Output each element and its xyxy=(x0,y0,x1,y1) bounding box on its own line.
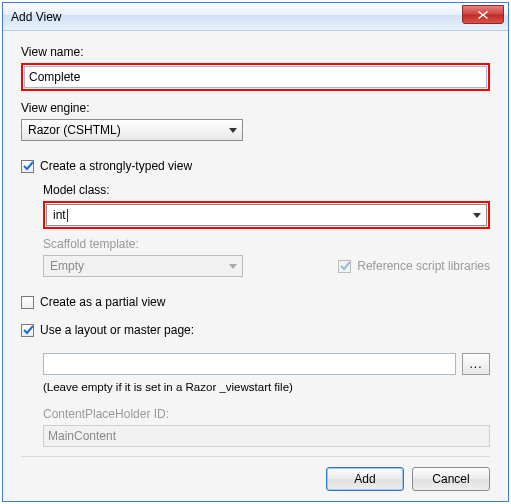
dialog-content: View name: View engine: Razor (CSHTML) C… xyxy=(3,31,508,501)
checkbox-icon xyxy=(21,296,34,309)
view-name-label: View name: xyxy=(21,45,490,59)
add-button-label: Add xyxy=(354,472,375,486)
view-name-highlight xyxy=(21,63,490,91)
close-icon xyxy=(477,10,489,20)
browse-label: ... xyxy=(469,357,482,371)
content-placeholder-label: ContentPlaceHolder ID: xyxy=(43,407,490,421)
reference-scripts-checkbox-row: Reference script libraries xyxy=(338,259,490,273)
window-title: Add View xyxy=(3,10,61,24)
checkbox-icon xyxy=(21,160,34,173)
scaffold-template-label: Scaffold template: xyxy=(43,237,490,251)
titlebar: Add View xyxy=(3,3,508,31)
model-class-label: Model class: xyxy=(43,183,490,197)
strongly-typed-section: Model class: int Scaffold template: Empt… xyxy=(21,183,490,287)
model-class-value: int xyxy=(53,208,66,222)
view-engine-value: Razor (CSHTML) xyxy=(28,123,121,137)
chevron-down-icon xyxy=(224,256,242,276)
cancel-button-label: Cancel xyxy=(432,472,469,486)
partial-view-checkbox-row[interactable]: Create as a partial view xyxy=(21,295,490,309)
chevron-down-icon xyxy=(468,205,486,225)
dialog-window: Add View View name: View engine: Razor (… xyxy=(2,2,509,502)
strongly-typed-label: Create a strongly-typed view xyxy=(40,159,192,173)
view-engine-combo[interactable]: Razor (CSHTML) xyxy=(21,119,243,141)
strongly-typed-checkbox-row[interactable]: Create a strongly-typed view xyxy=(21,159,490,173)
model-class-combo[interactable]: int xyxy=(46,204,487,226)
close-button[interactable] xyxy=(462,5,504,24)
add-button[interactable]: Add xyxy=(326,467,404,491)
checkbox-icon xyxy=(338,260,351,273)
reference-scripts-label: Reference script libraries xyxy=(357,259,490,273)
chevron-down-icon xyxy=(224,120,242,140)
scaffold-template-value: Empty xyxy=(50,259,84,273)
checkbox-icon xyxy=(21,324,34,337)
partial-view-label: Create as a partial view xyxy=(40,295,165,309)
dialog-footer: Add Cancel xyxy=(21,456,490,491)
text-caret xyxy=(67,209,68,222)
browse-button[interactable]: ... xyxy=(462,353,490,375)
use-layout-checkbox-row[interactable]: Use a layout or master page: xyxy=(21,323,490,337)
layout-hint: (Leave empty if it is set in a Razor _vi… xyxy=(43,381,490,393)
view-name-input[interactable] xyxy=(24,66,487,88)
layout-section: ... (Leave empty if it is set in a Razor… xyxy=(21,347,490,447)
use-layout-label: Use a layout or master page: xyxy=(40,323,194,337)
cancel-button[interactable]: Cancel xyxy=(412,467,490,491)
content-placeholder-input xyxy=(43,425,490,447)
view-engine-label: View engine: xyxy=(21,101,490,115)
layout-path-input[interactable] xyxy=(43,353,456,375)
scaffold-template-combo: Empty xyxy=(43,255,243,277)
